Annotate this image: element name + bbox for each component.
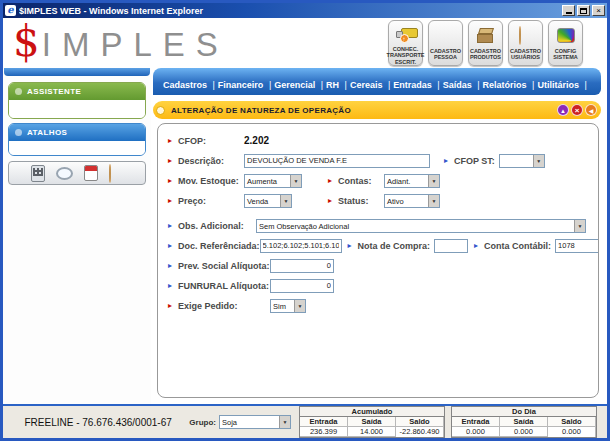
close-form-button[interactable]: × — [571, 104, 583, 116]
descricao-input[interactable] — [244, 154, 430, 168]
calculator-icon[interactable] — [31, 165, 45, 182]
preco-row: ▸ Preço: Venda ▼ ▸ Status: Ativo ▼ — [168, 192, 588, 209]
calendar-icon[interactable]: 17 — [84, 165, 98, 181]
assistente-panel: ASSISTENTE — [8, 82, 146, 119]
prev-social-row: ▸ Prev. Social Alíquota: — [168, 257, 588, 274]
field-bullet-icon: ▸ — [168, 241, 178, 251]
column-header: Saldo — [396, 417, 444, 427]
prev-social-input[interactable] — [270, 259, 334, 273]
back-arrow-icon: ◀ — [589, 108, 594, 114]
field-bullet-icon: ▸ — [328, 176, 338, 186]
maximize-button[interactable] — [577, 5, 590, 16]
obs-adicional-label: Obs. Adicional: — [178, 221, 256, 231]
main-menu-bar: Cadastros Financeiro Gerencial RH Cereai… — [153, 68, 601, 95]
quick-access-buttons: ↑ CONHEC. TRANSPORTE ESCRIT. CADASTRO PE… — [388, 20, 583, 66]
atalhos-panel: ATALHOS — [8, 123, 146, 156]
scroll-top-button[interactable]: ▲ — [557, 104, 569, 116]
menu-item-utilitarios[interactable]: Utilitários — [537, 80, 589, 90]
cfop-st-select[interactable]: ▼ — [499, 154, 545, 168]
menu-item-cereais[interactable]: Cereais — [350, 80, 393, 90]
table-value: 236.399 — [300, 427, 348, 437]
config-sistema-button[interactable]: CONFIG SISTEMA — [548, 20, 583, 66]
column-header: Saldo — [548, 417, 596, 427]
menu-item-relatorios[interactable]: Relatórios — [483, 80, 538, 90]
magnifier-icon[interactable] — [56, 167, 73, 180]
doc-referenciada-input[interactable] — [260, 239, 342, 253]
contas-select[interactable]: Adiant. ▼ — [384, 174, 440, 188]
table-value: 0.000 — [452, 427, 500, 437]
cfop-row: ▸ CFOP: 2.202 — [168, 132, 588, 149]
menu-item-gerencial[interactable]: Gerencial — [274, 80, 326, 90]
preco-select[interactable]: Venda ▼ — [244, 194, 292, 208]
cadastro-pessoa-button[interactable]: CADASTRO PESSOA — [428, 20, 463, 66]
field-bullet-icon: ▸ — [168, 156, 178, 166]
status-select[interactable]: Ativo ▼ — [384, 194, 440, 208]
field-bullet-icon: ▸ — [168, 281, 178, 291]
title-bar: e $IMPLES WEB - Windows Internet Explore… — [3, 3, 607, 18]
menu-item-cadastros[interactable]: Cadastros — [163, 80, 218, 90]
cadastro-produtos-button[interactable]: CADASTRO PRODUTOS — [468, 20, 503, 66]
group-label: Grupo: — [189, 418, 216, 427]
funrural-input[interactable] — [270, 279, 334, 293]
quick-button-label: CADASTRO PRODUTOS — [469, 48, 502, 61]
user-icon — [519, 24, 533, 46]
dropdown-arrow-icon: ▼ — [294, 300, 305, 312]
conta-contabil-input[interactable] — [555, 239, 599, 253]
table-title: Acumulado — [300, 407, 444, 417]
dropdown-arrow-icon: ▼ — [279, 416, 290, 428]
conta-contabil-label: Conta Contábil: — [484, 241, 551, 251]
natureza-operacao-form: ▸ CFOP: 2.202 ▸ Descrição: ▸ CFOP ST: ▼ — [157, 123, 599, 398]
company-id: FREELINE - 76.676.436/0001-67 — [7, 417, 189, 428]
field-bullet-icon: ▸ — [168, 261, 178, 271]
app-header: $ IMPLES ↑ CONHEC. TRANSPORTE ESCRIT. CA… — [3, 18, 607, 68]
dropdown-arrow-icon: ▼ — [428, 175, 439, 187]
table-value: 0.000 — [500, 427, 548, 437]
title-bullet-icon — [156, 106, 165, 115]
mov-estoque-label: Mov. Estoque: — [178, 176, 244, 186]
nota-compra-input[interactable] — [434, 239, 468, 253]
back-button[interactable]: ◀ — [585, 104, 597, 116]
internet-explorer-icon: e — [5, 5, 16, 16]
cfop-label: CFOP: — [178, 136, 244, 146]
acumulado-table: Acumulado Entrada Saída Saldo 236.399 14… — [299, 406, 445, 438]
simples-logo: $ IMPLES — [13, 22, 388, 64]
menu-item-financeiro[interactable]: Financeiro — [218, 80, 274, 90]
sidebar-item-atalhos[interactable]: ATALHOS — [9, 124, 145, 141]
exige-pedido-select[interactable]: Sim ▼ — [270, 299, 306, 313]
content-area: Cadastros Financeiro Gerencial RH Cereai… — [151, 68, 607, 404]
doc-referenciada-row: ▸ Doc. Referênciada: ▸ Nota de Compra: ▸… — [168, 237, 588, 254]
group-select[interactable]: Soja ▼ — [219, 415, 291, 429]
nota-compra-label: Nota de Compra: — [358, 241, 431, 251]
menu-item-entradas[interactable]: Entradas — [393, 80, 442, 90]
status-label: Status: — [338, 196, 384, 206]
doc-referenciada-label: Doc. Referênciada: — [178, 241, 260, 251]
menu-item-saidas[interactable]: Saídas — [443, 80, 483, 90]
dropdown-arrow-icon: ▼ — [290, 175, 301, 187]
cadastro-usuarios-button[interactable]: CADASTRO USUÁRIOS — [508, 20, 543, 66]
up-arrow-icon: ▲ — [560, 108, 566, 114]
minimize-button[interactable] — [562, 5, 575, 16]
panel-bullet-icon — [15, 88, 22, 95]
field-bullet-icon: ▸ — [168, 176, 178, 186]
conhec-transporte-button[interactable]: ↑ CONHEC. TRANSPORTE ESCRIT. — [388, 20, 423, 66]
truck-icon: ↑ — [394, 24, 418, 44]
field-bullet-icon: ▸ — [168, 196, 178, 206]
column-header: Saída — [500, 417, 548, 427]
close-button[interactable]: × — [592, 5, 605, 16]
obs-adicional-select[interactable]: Sem Observação Adicional ▼ — [256, 219, 586, 233]
mov-estoque-select[interactable]: Aumenta ▼ — [244, 174, 302, 188]
sidebar-toolbar: 17 — [8, 161, 146, 185]
sidebar-top-strip — [4, 68, 150, 76]
descricao-label: Descrição: — [178, 156, 244, 166]
dropdown-arrow-icon: ▼ — [533, 155, 544, 167]
people-icon — [435, 24, 457, 46]
mov-estoque-row: ▸ Mov. Estoque: Aumenta ▼ ▸ Contas: Adia… — [168, 172, 588, 189]
browser-window: e $IMPLES WEB - Windows Internet Explore… — [0, 0, 610, 441]
sidebar-item-assistente[interactable]: ASSISTENTE — [9, 83, 145, 100]
menu-item-rh[interactable]: RH — [326, 80, 350, 90]
calendar-day: 17 — [87, 179, 95, 181]
column-header: Entrada — [300, 417, 348, 427]
field-bullet-icon: ▸ — [348, 241, 358, 251]
person-icon[interactable] — [109, 165, 123, 181]
maximize-icon — [580, 8, 587, 14]
